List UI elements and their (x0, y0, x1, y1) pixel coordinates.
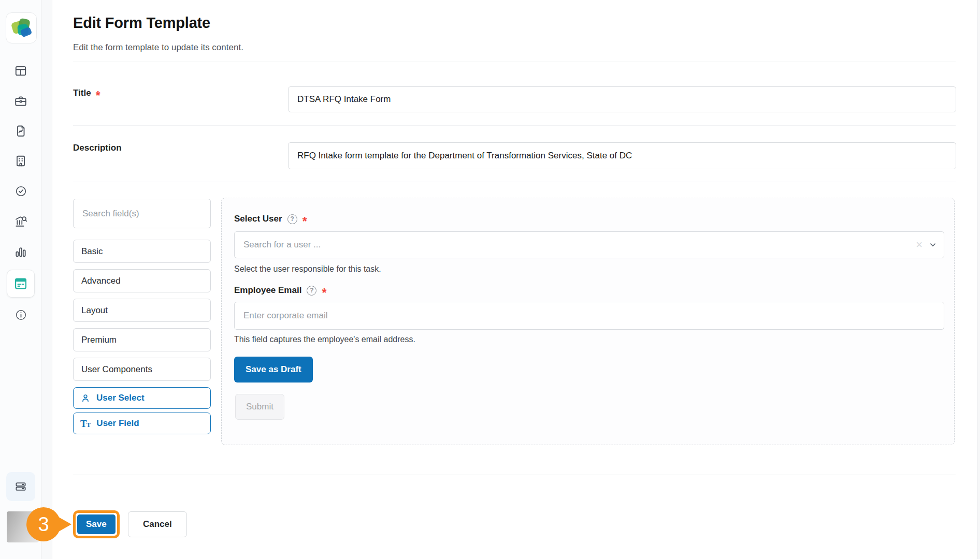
layout-gutter (41, 0, 52, 559)
step-annotation: 3 (17, 506, 75, 542)
text-style-icon: TT (80, 419, 91, 429)
employee-email-help: This field captures the employee's email… (234, 335, 415, 344)
divider (73, 475, 956, 475)
save-as-draft-button[interactable]: Save as Draft (234, 357, 313, 383)
component-label: User Field (96, 418, 139, 429)
check-circle-icon (15, 185, 27, 198)
step-number: 3 (38, 513, 49, 535)
server-stack-icon (14, 480, 27, 493)
form-canvas: Select User ? * × Select the user respon… (221, 198, 955, 445)
logo-icon (9, 16, 33, 40)
divider (73, 125, 956, 126)
form-builder-icon (13, 276, 28, 291)
description-input[interactable] (288, 142, 956, 169)
info-icon (15, 308, 27, 321)
briefcase-icon (14, 94, 27, 108)
description-label: Description (73, 143, 122, 153)
page-title: Edit Form Template (73, 14, 210, 32)
sidebar-item-dashboard[interactable] (9, 60, 32, 82)
save-button[interactable]: Save (77, 514, 116, 534)
report-file-icon (14, 124, 27, 138)
component-user-select[interactable]: User Select (73, 387, 211, 409)
sidebar-item-info[interactable] (9, 303, 32, 326)
cancel-button[interactable]: Cancel (128, 511, 187, 537)
component-user-field[interactable]: TT User Field (73, 413, 211, 434)
dashboard-icon (14, 64, 27, 78)
employee-email-label: Employee Email ? * (234, 285, 326, 296)
sidebar-item-analytics[interactable] (9, 240, 32, 263)
select-user-help: Select the user responsible for this tas… (234, 264, 381, 274)
user-icon (80, 393, 91, 403)
scrollbar-track[interactable] (977, 0, 980, 559)
clear-icon[interactable]: × (916, 239, 923, 251)
select-user-input[interactable] (234, 231, 944, 258)
sidebar-item-organization[interactable] (9, 150, 32, 172)
divider (73, 182, 956, 182)
sidebar (0, 0, 41, 559)
bank-search-icon (14, 214, 28, 228)
category-advanced[interactable]: Advanced (73, 269, 211, 292)
sidebar-item-projects[interactable] (9, 90, 32, 112)
sidebar-item-procurement[interactable] (9, 210, 32, 232)
chevron-down-icon[interactable] (928, 240, 938, 249)
app-root: Edit Form Template Edit the form templat… (0, 0, 980, 559)
required-asterisk: * (96, 93, 100, 98)
app-logo[interactable] (6, 12, 37, 43)
submit-button[interactable]: Submit (235, 394, 284, 420)
employee-email-input[interactable] (234, 302, 944, 330)
select-user-control: × (234, 231, 944, 258)
required-asterisk: * (302, 219, 307, 224)
select-user-label: Select User ? * (234, 214, 307, 224)
building-icon (14, 154, 27, 168)
category-user-components[interactable]: User Components (73, 358, 211, 381)
category-premium[interactable]: Premium (73, 328, 211, 351)
employee-email-control (234, 302, 944, 330)
title-label: Title * (73, 88, 100, 98)
bar-chart-icon (14, 245, 27, 258)
divider (73, 62, 956, 62)
page-subtitle: Edit the form template to update its con… (73, 42, 243, 53)
sidebar-item-form-builder-active[interactable] (7, 270, 35, 298)
category-layout[interactable]: Layout (73, 299, 211, 322)
search-fields-input[interactable] (73, 199, 211, 228)
help-icon[interactable]: ? (287, 214, 297, 224)
main-content: Edit Form Template Edit the form templat… (52, 0, 977, 559)
help-icon[interactable]: ? (307, 286, 316, 296)
sidebar-item-tasks[interactable] (9, 180, 32, 202)
save-button-highlight: Save (73, 510, 120, 538)
required-asterisk: * (322, 290, 326, 296)
category-basic[interactable]: Basic (73, 240, 211, 263)
title-input[interactable] (288, 86, 956, 112)
sidebar-item-integrations[interactable] (6, 472, 35, 501)
component-label: User Select (96, 393, 145, 403)
sidebar-item-reports[interactable] (9, 120, 32, 142)
